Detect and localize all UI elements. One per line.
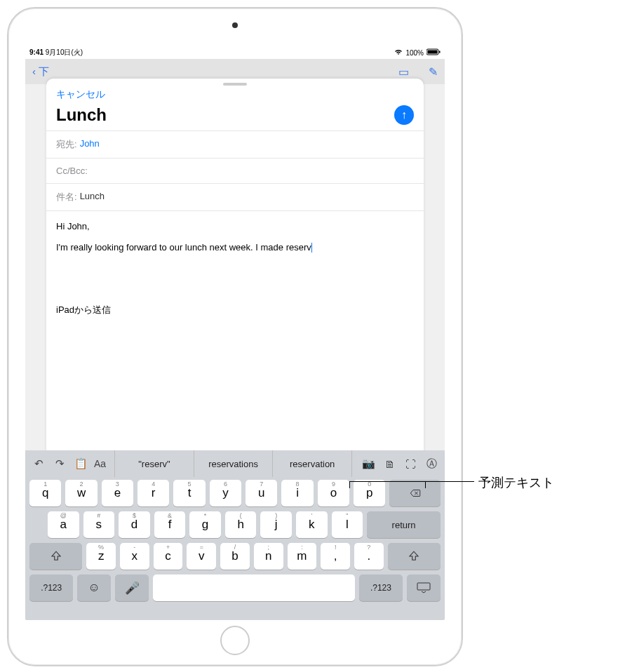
key-d[interactable]: $d <box>119 511 150 538</box>
space-key[interactable] <box>153 574 355 601</box>
dictation-key[interactable]: 🎤 <box>115 574 149 601</box>
hide-keyboard-key[interactable] <box>407 574 441 601</box>
key-z[interactable]: %z <box>86 543 116 570</box>
svg-rect-1 <box>428 51 438 54</box>
subject-value: Lunch <box>80 191 105 203</box>
body-line-2: I'm really looking forward to our lunch … <box>56 242 311 253</box>
key-v[interactable]: =v <box>187 543 216 570</box>
markup-icon[interactable]: Ⓐ <box>424 456 439 471</box>
status-time: 9:41 <box>29 48 43 56</box>
return-key[interactable]: return <box>367 511 441 538</box>
body-line-1: Hi John, <box>56 220 414 234</box>
key-o[interactable]: 9o <box>318 480 349 506</box>
ccbcc-field[interactable]: Cc/Bcc: <box>46 158 424 183</box>
key-j[interactable]: )j <box>260 511 292 538</box>
cancel-button[interactable]: キャンセル <box>56 87 105 102</box>
to-field[interactable]: 宛先: John <box>46 130 424 158</box>
key-s[interactable]: #s <box>83 511 115 538</box>
key-x[interactable]: -x <box>120 543 149 570</box>
key-m[interactable]: :m <box>288 543 317 570</box>
scan-icon[interactable]: ⛶ <box>403 456 418 471</box>
emoji-key[interactable]: ☺ <box>77 574 111 601</box>
key-,[interactable]: !, <box>321 543 350 570</box>
status-date: 9月10日(火) <box>46 48 83 56</box>
key-w[interactable]: 2w <box>65 480 97 506</box>
compose-title: Lunch <box>56 105 107 125</box>
to-label: 宛先: <box>56 138 77 151</box>
to-value: John <box>80 138 100 151</box>
subject-label: 件名: <box>56 191 77 203</box>
key-t[interactable]: 5t <box>173 480 205 506</box>
battery-icon <box>426 48 441 57</box>
key-g[interactable]: *g <box>189 511 221 538</box>
backspace-key[interactable] <box>389 480 441 506</box>
callout-label: 予測テキスト <box>478 474 554 491</box>
redo-button[interactable]: ↷ <box>52 456 67 471</box>
key-a[interactable]: @a <box>48 511 79 538</box>
key-.[interactable]: ?. <box>354 543 384 570</box>
document-icon[interactable]: 🗎 <box>382 456 397 471</box>
status-left: 9:41 9月10日(火) <box>29 48 83 58</box>
key-l[interactable]: "l <box>332 511 363 538</box>
key-c[interactable]: +c <box>154 543 183 570</box>
camera-icon[interactable]: 📷 <box>361 456 376 471</box>
ipad-camera <box>232 22 238 28</box>
wifi-icon <box>394 48 403 57</box>
key-e[interactable]: 3e <box>102 480 133 506</box>
svg-rect-2 <box>439 51 441 53</box>
svg-rect-3 <box>417 583 430 590</box>
numbers-key-right[interactable]: .?123 <box>359 574 403 601</box>
ipad-frame: 9:41 9月10日(火) 100% ‹ 下 <box>7 7 463 666</box>
keyboard-toolbar: ↶ ↷ 📋 Aa "reserv" reservations reservati… <box>25 450 445 477</box>
signature: iPadから送信 <box>56 303 414 317</box>
key-b[interactable]: /b <box>220 543 250 570</box>
key-f[interactable]: &f <box>154 511 186 538</box>
keyboard: ↶ ↷ 📋 Aa "reserv" reservations reservati… <box>25 450 445 620</box>
key-n[interactable]: ;n <box>254 543 283 570</box>
prediction-3[interactable]: reservation <box>273 450 351 477</box>
arrow-up-icon: ↑ <box>401 109 407 121</box>
battery-pct: 100% <box>405 49 424 57</box>
send-button[interactable]: ↑ <box>394 105 414 125</box>
status-bar: 9:41 9月10日(火) 100% <box>25 46 445 59</box>
clipboard-icon[interactable]: 📋 <box>73 456 88 471</box>
key-y[interactable]: 6y <box>210 480 241 506</box>
subject-field[interactable]: 件名: Lunch <box>46 183 424 210</box>
key-k[interactable]: 'k <box>296 511 328 538</box>
format-button[interactable]: Aa <box>94 456 106 471</box>
predictions-bar: "reserv" reservations reservation <box>114 450 352 477</box>
ccbcc-label: Cc/Bcc: <box>56 166 88 176</box>
shift-key[interactable] <box>29 543 82 570</box>
numbers-key[interactable]: .?123 <box>29 574 73 601</box>
key-u[interactable]: 7u <box>246 480 277 506</box>
home-button[interactable] <box>220 626 250 655</box>
key-q[interactable]: 1q <box>29 480 61 506</box>
prediction-2[interactable]: reservations <box>194 450 274 477</box>
key-r[interactable]: 4r <box>137 480 169 506</box>
key-p[interactable]: 0p <box>354 480 385 506</box>
shift-key-right[interactable] <box>388 543 441 570</box>
key-i[interactable]: 8i <box>281 480 313 506</box>
prediction-1[interactable]: "reserv" <box>115 450 194 477</box>
sheet-grabber[interactable] <box>223 83 247 86</box>
text-cursor <box>311 243 313 253</box>
undo-button[interactable]: ↶ <box>31 456 46 471</box>
screen: 9:41 9月10日(火) 100% ‹ 下 <box>25 46 445 620</box>
key-h[interactable]: (h <box>225 511 257 538</box>
